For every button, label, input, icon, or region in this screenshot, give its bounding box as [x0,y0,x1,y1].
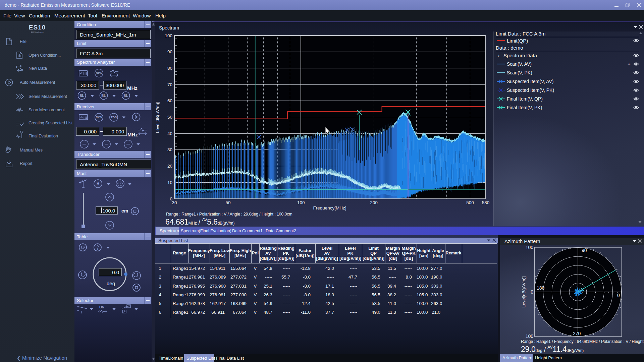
svg-text:70: 70 [167,82,172,87]
svg-text:Frequency[MHz]: Frequency[MHz] [313,205,346,210]
svg-text:BL: BL [79,94,84,98]
svg-text:50: 50 [226,200,231,205]
svg-text:30: 30 [167,147,172,152]
svg-text:270: 270 [573,331,581,336]
svg-text:40: 40 [167,131,172,136]
svg-text:100: 100 [526,334,534,339]
svg-text:180: 180 [537,285,545,291]
svg-text:100: 100 [526,245,534,250]
svg-text:Level[dB(µV/m)]: Level[dB(µV/m)] [521,276,526,307]
svg-text:100: 100 [165,33,172,38]
svg-text:580: 580 [482,200,490,205]
svg-text:0: 0 [617,293,620,298]
svg-text:50: 50 [167,115,172,120]
svg-text:30: 30 [172,200,177,205]
svg-text:10: 10 [167,180,172,185]
svg-text:SPA: SPA [96,71,102,75]
svg-text:80: 80 [167,66,172,71]
svg-text:ON: ON [99,305,104,309]
svg-text:200: 200 [370,200,378,205]
svg-text:H: H [97,182,99,186]
svg-text:Level[dB(µV/m)]: Level[dB(µV/m)] [155,102,160,133]
svg-text:TDS: TDS [111,116,117,119]
svg-text:BL: BL [101,94,106,98]
svg-text:90: 90 [582,248,587,253]
svg-text:1: 1 [97,248,98,250]
svg-text:3: 3 [120,184,121,186]
svg-text:500: 500 [466,200,474,205]
svg-text:RCV: RCV [96,116,102,119]
svg-text:60: 60 [167,98,172,103]
svg-text:0: 0 [531,289,533,295]
svg-text:20: 20 [167,164,172,169]
svg-text:BL: BL [123,94,128,98]
svg-text:90: 90 [167,49,172,54]
svg-text:100: 100 [297,200,305,205]
svg-text:1: 1 [80,310,83,314]
